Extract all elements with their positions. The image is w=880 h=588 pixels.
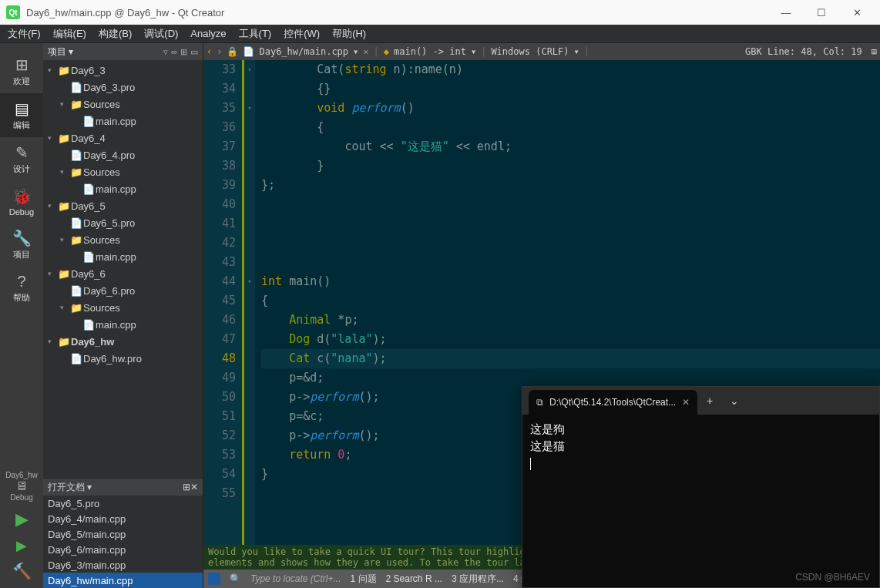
pencil-icon: ✎	[0, 143, 43, 162]
mode-project[interactable]: 🔧项目	[0, 223, 43, 267]
fold-marker	[244, 195, 255, 214]
terminal-tab-close-icon[interactable]: ✕	[682, 397, 690, 408]
tree-item[interactable]: ▾📁Day6_3	[43, 62, 203, 79]
open-docs-header: 打开文档 ▾ ⊞ ✕	[43, 479, 203, 496]
line-ending[interactable]: Windows (CRLF)	[491, 46, 569, 57]
close-panel-icon[interactable]: ✕	[190, 482, 198, 492]
terminal-new-tab[interactable]: +	[697, 395, 722, 407]
dropdown-icon[interactable]: ▾	[574, 46, 579, 57]
monitor-icon: 🖥	[0, 479, 43, 493]
panel-title[interactable]: 项目 ▾	[48, 45, 160, 59]
edit-icon: ▤	[0, 99, 43, 118]
locator-input[interactable]: Type to locate (Ctrl+...	[250, 573, 341, 584]
menu-edit[interactable]: 编辑(E)	[53, 27, 86, 41]
tree-item[interactable]: ▾📁Sources	[43, 299, 203, 316]
status-app-output[interactable]: 3 应用程序...	[452, 573, 504, 586]
tree-item[interactable]: ▾📁Day6_4	[43, 129, 203, 146]
run-button[interactable]: ▶	[0, 505, 43, 534]
terminal-titlebar[interactable]: ⧉ D:\Qt\Qt5.14.2\Tools\QtCreat... ✕ + ⌄	[522, 387, 879, 415]
close-button[interactable]: ✕	[846, 5, 868, 20]
tree-item[interactable]: 📄Day6_hw.pro	[43, 350, 203, 367]
menu-widgets[interactable]: 控件(W)	[284, 27, 320, 41]
menu-help[interactable]: 帮助(H)	[332, 27, 366, 41]
fold-marker	[244, 291, 255, 311]
split-icon[interactable]: ⊞	[183, 482, 190, 492]
terminal-output[interactable]: 这是狗 这是猫	[522, 415, 879, 478]
close-file-icon[interactable]: ✕	[363, 46, 368, 57]
tree-item[interactable]: ▾📁Sources	[43, 96, 203, 113]
fold-marker	[244, 156, 255, 176]
menu-file[interactable]: 文件(F)	[8, 27, 41, 41]
encoding-position[interactable]: GBK Line: 48, Col: 19	[745, 46, 862, 57]
status-search[interactable]: 2 Search R ...	[386, 573, 442, 584]
status-issues[interactable]: 1 问题	[351, 573, 377, 586]
nav-fwd-icon[interactable]: ›	[217, 46, 222, 57]
tree-item[interactable]: 📄Day6_6.pro	[43, 282, 203, 299]
nav-back-icon[interactable]: ‹	[207, 46, 212, 57]
dropdown-icon[interactable]: ▾	[353, 46, 358, 57]
fold-marker	[244, 407, 255, 426]
fold-marker	[244, 79, 255, 99]
tree-item[interactable]: 📄main.cpp	[43, 180, 203, 197]
mode-design[interactable]: ✎设计	[0, 137, 43, 181]
open-doc-item[interactable]: Day6_hw/main.cpp	[43, 573, 203, 588]
open-doc-item[interactable]: Day6_3/main.cpp	[43, 557, 203, 573]
menu-analyze[interactable]: Analyze	[190, 28, 226, 39]
split-icon[interactable]: ▭	[190, 47, 198, 57]
output-pane-icon[interactable]	[208, 573, 220, 585]
fold-marker[interactable]: ▾	[244, 99, 255, 118]
tree-item[interactable]: ▾📁Sources	[43, 231, 203, 248]
terminal-dropdown-icon[interactable]: ⌄	[722, 395, 747, 407]
mode-help[interactable]: ?帮助	[0, 267, 43, 310]
open-docs-list[interactable]: Day6_5.proDay6_4/main.cppDay6_5/main.cpp…	[43, 496, 203, 588]
fold-marker	[244, 484, 255, 503]
fold-marker	[244, 253, 255, 272]
fold-marker[interactable]: ▾	[244, 272, 255, 291]
fold-marker	[244, 445, 255, 465]
tree-item[interactable]: 📄Day6_4.pro	[43, 146, 203, 163]
mode-edit[interactable]: ▤编辑	[0, 93, 43, 137]
fold-marker	[244, 426, 255, 445]
open-doc-item[interactable]: Day6_6/main.cpp	[43, 542, 203, 557]
tree-item[interactable]: ▾📁Sources	[43, 163, 203, 180]
kit-selector[interactable]: Day6_hw 🖥 Debug	[0, 468, 43, 505]
tree-item[interactable]: ▾📁Day6_5	[43, 197, 203, 214]
run-debug-button[interactable]: ▶	[0, 534, 43, 557]
menu-tools[interactable]: 工具(T)	[239, 27, 272, 41]
project-tree[interactable]: ▾📁Day6_3📄Day6_3.pro▾📁Sources📄main.cpp▾📁D…	[43, 60, 203, 478]
mode-debug[interactable]: 🐞Debug	[0, 181, 43, 223]
maximize-button[interactable]: ☐	[811, 5, 832, 20]
menu-debug[interactable]: 调试(D)	[144, 27, 178, 41]
tree-item[interactable]: 📄main.cpp	[43, 316, 203, 333]
open-doc-item[interactable]: Day6_5/main.cpp	[43, 526, 203, 542]
dropdown-icon[interactable]: ▾	[471, 46, 476, 57]
tree-item[interactable]: 📄Day6_5.pro	[43, 214, 203, 231]
split-editor-icon[interactable]: ⊞	[872, 46, 877, 57]
mode-welcome[interactable]: ⊞欢迎	[0, 49, 43, 93]
tree-item[interactable]: 📄Day6_3.pro	[43, 79, 203, 96]
file-path[interactable]: Day6_hw/main.cpp	[259, 46, 348, 57]
filter-icon[interactable]: ▿	[163, 47, 168, 57]
diamond-icon: ◆	[384, 46, 389, 57]
open-doc-item[interactable]: Day6_5.pro	[43, 496, 203, 511]
fold-marker	[244, 465, 255, 484]
build-button[interactable]: 🔨	[0, 557, 43, 588]
fold-marker	[244, 176, 255, 195]
lock-icon: 🔒	[227, 46, 238, 57]
terminal-window[interactable]: ⧉ D:\Qt\Qt5.14.2\Tools\QtCreat... ✕ + ⌄ …	[522, 386, 880, 588]
open-doc-item[interactable]: Day6_4/main.cpp	[43, 511, 203, 526]
tree-item[interactable]: 📄main.cpp	[43, 248, 203, 265]
tree-item[interactable]: ▾📁Day6_hw	[43, 333, 203, 350]
terminal-tab[interactable]: ⧉ D:\Qt\Qt5.14.2\Tools\QtCreat... ✕	[529, 390, 697, 415]
tree-item[interactable]: ▾📁Day6_6	[43, 265, 203, 282]
minimize-button[interactable]: —	[775, 5, 797, 20]
fold-marker	[244, 349, 255, 368]
tree-item[interactable]: 📄main.cpp	[43, 113, 203, 129]
menu-build[interactable]: 构建(B)	[99, 27, 132, 41]
open-docs-panel: 打开文档 ▾ ⊞ ✕ Day6_5.proDay6_4/main.cppDay6…	[43, 478, 203, 588]
fold-marker[interactable]: ▾	[244, 60, 255, 79]
link-icon[interactable]: ∞	[171, 47, 177, 56]
wrench-icon: 🔧	[0, 229, 43, 247]
add-icon[interactable]: ⊞	[180, 47, 187, 57]
function-selector[interactable]: main() -> int	[394, 46, 466, 57]
